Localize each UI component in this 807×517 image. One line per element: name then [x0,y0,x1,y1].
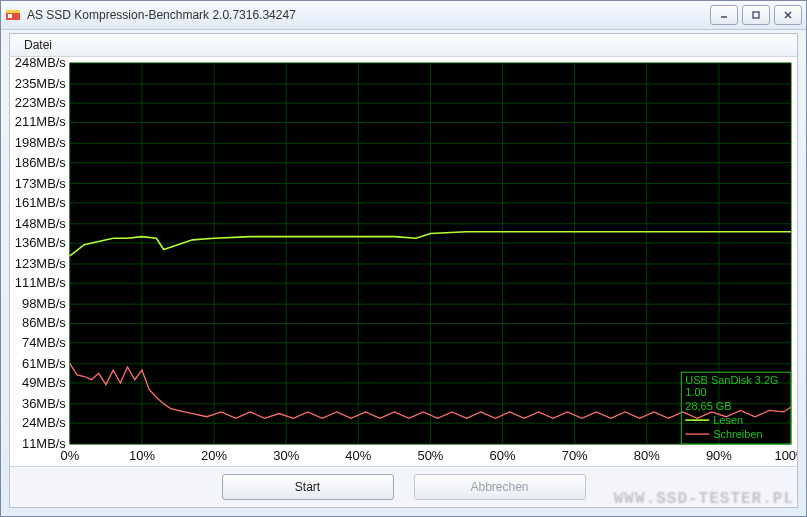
svg-text:248MB/s: 248MB/s [15,57,67,70]
button-row: Start Abbrechen [10,466,797,507]
svg-text:161MB/s: 161MB/s [15,195,67,210]
svg-text:136MB/s: 136MB/s [15,235,67,250]
cancel-button: Abbrechen [414,474,586,500]
svg-text:Schreiben: Schreiben [713,428,762,440]
window-title: AS SSD Kompression-Benchmark 2.0.7316.34… [27,8,710,22]
maximize-button[interactable] [742,5,770,25]
menu-file[interactable]: Datei [18,36,58,54]
app-icon [5,7,21,23]
app-window: AS SSD Kompression-Benchmark 2.0.7316.34… [0,0,807,517]
svg-text:198MB/s: 198MB/s [15,135,67,150]
svg-text:148MB/s: 148MB/s [15,216,67,231]
svg-text:98MB/s: 98MB/s [22,296,66,311]
svg-text:36MB/s: 36MB/s [22,396,66,411]
svg-text:173MB/s: 173MB/s [15,176,67,191]
svg-text:1.00: 1.00 [685,386,706,398]
minimize-button[interactable] [710,5,738,25]
start-button[interactable]: Start [222,474,394,500]
menubar: Datei [10,34,797,57]
client-area: Datei 11MB/s24MB/s36MB/s49MB/s61MB/s74MB… [9,33,798,508]
svg-text:90%: 90% [706,448,732,463]
svg-text:20%: 20% [201,448,227,463]
svg-text:60%: 60% [490,448,516,463]
svg-rect-4 [753,12,759,18]
svg-text:211MB/s: 211MB/s [15,114,67,129]
svg-text:80%: 80% [634,448,660,463]
compression-chart: 11MB/s24MB/s36MB/s49MB/s61MB/s74MB/s86MB… [10,57,797,466]
svg-text:49MB/s: 49MB/s [22,375,66,390]
svg-text:123MB/s: 123MB/s [15,256,67,271]
svg-text:10%: 10% [129,448,155,463]
close-button[interactable] [774,5,802,25]
svg-text:74MB/s: 74MB/s [22,335,66,350]
svg-text:40%: 40% [345,448,371,463]
titlebar: AS SSD Kompression-Benchmark 2.0.7316.34… [1,1,806,30]
svg-text:30%: 30% [273,448,299,463]
svg-text:0%: 0% [60,448,79,463]
svg-text:70%: 70% [562,448,588,463]
svg-text:100%: 100% [774,448,797,463]
svg-rect-1 [6,10,20,13]
svg-rect-2 [8,14,12,18]
svg-text:Lesen: Lesen [713,414,743,426]
svg-text:50%: 50% [417,448,443,463]
svg-text:61MB/s: 61MB/s [22,356,66,371]
window-controls [710,5,802,25]
chart-area: 11MB/s24MB/s36MB/s49MB/s61MB/s74MB/s86MB… [10,57,797,466]
svg-text:86MB/s: 86MB/s [22,315,66,330]
svg-text:111MB/s: 111MB/s [15,275,67,290]
svg-text:28,65 GB: 28,65 GB [685,400,731,412]
svg-text:186MB/s: 186MB/s [15,155,67,170]
svg-text:USB   SanDisk 3.2G: USB SanDisk 3.2G [685,374,778,386]
svg-text:235MB/s: 235MB/s [15,76,67,91]
svg-text:24MB/s: 24MB/s [22,415,66,430]
svg-text:223MB/s: 223MB/s [15,95,67,110]
